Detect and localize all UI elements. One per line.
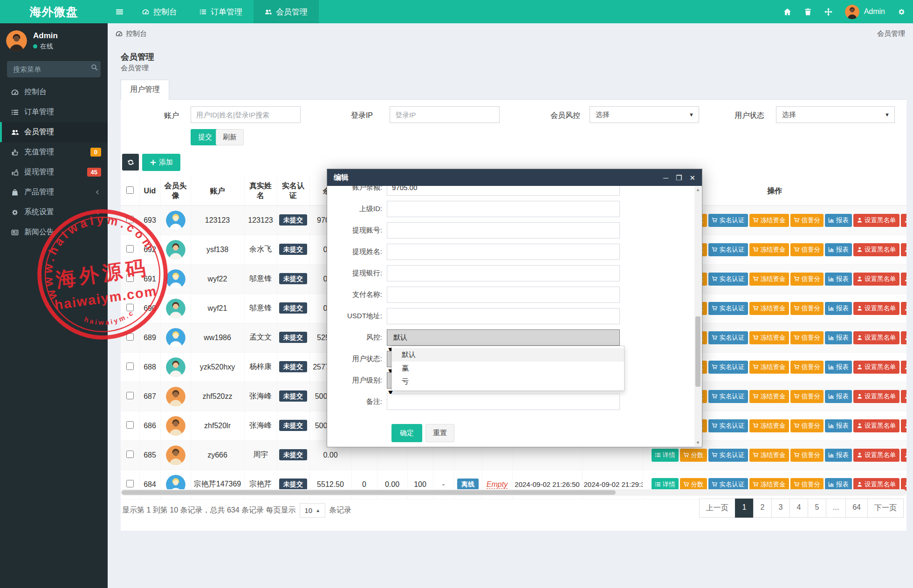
close-icon[interactable]: ✕: [689, 174, 695, 181]
freeze-funds-button[interactable]: 冻结资金: [749, 273, 789, 286]
row-checkbox[interactable]: [126, 274, 134, 282]
blacklist-button[interactable]: 设置黑名单: [853, 214, 899, 227]
ip-filter-input[interactable]: [390, 106, 500, 123]
sidebar-toggle-button[interactable]: [108, 0, 131, 23]
page-button[interactable]: 3: [771, 499, 790, 518]
credit-button[interactable]: 信誉分: [790, 302, 824, 315]
realname-button[interactable]: 实名认证: [708, 273, 748, 286]
minimize-icon[interactable]: ─: [663, 174, 668, 181]
credit-button[interactable]: 信誉分: [790, 243, 824, 256]
risk-filter-select[interactable]: 选择▼: [590, 106, 699, 123]
sidebar-item-products[interactable]: 产品管理: [0, 182, 108, 202]
modal-scrollbar-thumb[interactable]: [695, 316, 700, 387]
page-button[interactable]: 4: [789, 499, 808, 518]
brand-logo[interactable]: 海外微盘: [0, 0, 108, 23]
nav-item-orders[interactable]: 订单管理: [188, 0, 254, 23]
freeze-funds-button[interactable]: 冻结资金: [749, 361, 789, 374]
sidebar-item-members[interactable]: 会员管理: [0, 122, 108, 142]
maximize-icon[interactable]: ❐: [676, 174, 682, 181]
realname-button[interactable]: 实名认证: [708, 449, 748, 462]
reset-button[interactable]: 重置: [426, 424, 454, 442]
scrollbar-thumb[interactable]: [122, 490, 616, 495]
scroll-up-icon[interactable]: ▲: [694, 186, 701, 193]
freeze-button[interactable]: 冻结: [901, 449, 907, 462]
freeze-funds-button[interactable]: 冻结资金: [749, 390, 789, 403]
balance-input[interactable]: [387, 186, 620, 196]
freeze-funds-button[interactable]: 冻结资金: [749, 243, 789, 256]
expand-icon[interactable]: [824, 8, 832, 16]
report-button[interactable]: 报表: [825, 390, 852, 403]
row-checkbox[interactable]: [126, 392, 134, 399]
page-button[interactable]: 1: [735, 499, 754, 518]
freeze-button[interactable]: 冻结: [901, 331, 907, 344]
select-all-checkbox[interactable]: [126, 186, 134, 194]
credit-button[interactable]: 信誉分: [790, 331, 824, 344]
search-button[interactable]: [91, 64, 98, 72]
breadcrumb-left[interactable]: 控制台: [126, 29, 147, 38]
freeze-funds-button[interactable]: 冻结资金: [749, 214, 789, 227]
sidebar-item-orders[interactable]: 订单管理: [0, 102, 108, 122]
blacklist-button[interactable]: 设置黑名单: [853, 302, 899, 315]
row-checkbox[interactable]: [126, 362, 134, 370]
home-icon[interactable]: [783, 8, 791, 16]
credit-button[interactable]: 信誉分: [790, 361, 824, 374]
report-button[interactable]: 报表: [825, 331, 852, 344]
row-checkbox[interactable]: [126, 421, 134, 429]
row-checkbox[interactable]: [126, 245, 134, 253]
realname-button[interactable]: 实名认证: [708, 243, 748, 256]
withdraw-name-input[interactable]: [387, 244, 620, 260]
sidebar-item-recharge[interactable]: 充值管理0: [0, 142, 108, 162]
realname-button[interactable]: 实名认证: [708, 331, 748, 344]
freeze-funds-button[interactable]: 冻结资金: [749, 302, 789, 315]
credit-button[interactable]: 信誉分: [790, 449, 824, 462]
confirm-button[interactable]: 确定: [391, 424, 422, 442]
usdt-address-input[interactable]: [387, 308, 620, 324]
withdraw-account-input[interactable]: [387, 222, 620, 239]
nav-item-dashboard[interactable]: 控制台: [131, 0, 188, 23]
score-button[interactable]: 分数: [680, 449, 707, 462]
risk-select[interactable]: 默认: [387, 329, 620, 346]
dropdown-option[interactable]: 亏: [392, 375, 624, 389]
scroll-down-icon[interactable]: ▼: [694, 439, 701, 446]
refresh-button[interactable]: 刷新: [216, 129, 244, 145]
freeze-button[interactable]: 冻结: [901, 214, 907, 227]
remark-input[interactable]: [387, 394, 620, 410]
freeze-funds-button[interactable]: 冻结资金: [749, 419, 789, 432]
row-checkbox[interactable]: [126, 480, 134, 487]
credit-button[interactable]: 信誉分: [790, 419, 824, 432]
credit-button[interactable]: 信誉分: [790, 390, 824, 403]
credit-button[interactable]: 信誉分: [790, 273, 824, 286]
realname-button[interactable]: 实名认证: [708, 419, 748, 432]
freeze-funds-button[interactable]: 冻结资金: [749, 331, 789, 344]
freeze-button[interactable]: 冻结: [901, 419, 907, 432]
freeze-button[interactable]: 冻结: [901, 390, 907, 403]
horizontal-scrollbar[interactable]: [121, 489, 906, 496]
search-input[interactable]: [7, 61, 101, 77]
page-button[interactable]: ...: [826, 499, 846, 518]
realname-button[interactable]: 实名认证: [708, 302, 748, 315]
blacklist-button[interactable]: 设置黑名单: [853, 243, 899, 256]
detail-button[interactable]: 详情: [652, 449, 679, 462]
withdraw-bank-input[interactable]: [387, 265, 620, 281]
next-page-button[interactable]: 下一页: [867, 499, 904, 518]
freeze-button[interactable]: 冻结: [901, 243, 907, 256]
page-button[interactable]: 5: [808, 499, 826, 518]
freeze-button[interactable]: 冻结: [901, 361, 907, 374]
sidebar-item-dashboard[interactable]: 控制台: [0, 82, 108, 102]
page-button[interactable]: 2: [753, 499, 772, 518]
freeze-button[interactable]: 冻结: [901, 302, 907, 315]
pay-name-input[interactable]: [387, 287, 620, 303]
realname-button[interactable]: 实名认证: [708, 214, 748, 227]
realname-button[interactable]: 实名认证: [708, 390, 748, 403]
realname-button[interactable]: 实名认证: [708, 361, 748, 374]
credit-button[interactable]: 信誉分: [790, 214, 824, 227]
report-button[interactable]: 报表: [825, 361, 852, 374]
modal-scrollbar[interactable]: ▲ ▼: [694, 186, 701, 446]
nav-item-members[interactable]: 会员管理: [254, 0, 319, 23]
page-button[interactable]: 64: [845, 499, 868, 518]
sidebar-item-news[interactable]: 新闻公告: [0, 222, 108, 242]
gears-icon[interactable]: [898, 8, 906, 16]
report-button[interactable]: 报表: [825, 214, 852, 227]
row-checkbox[interactable]: [126, 333, 134, 341]
report-button[interactable]: 报表: [825, 273, 852, 286]
